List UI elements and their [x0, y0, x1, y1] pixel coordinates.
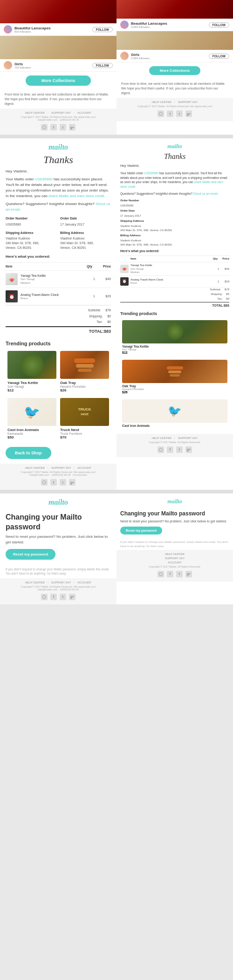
googleplus-icon[interactable]: g+ — [69, 124, 75, 130]
product-brand-kettle: Sori Yanagi — [7, 385, 56, 388]
password-small-notice: If you didn't request to change your Mai… — [0, 564, 116, 578]
collections-email-right: Beautiful Lanscapes 3,080 followers FOLL… — [116, 0, 233, 135]
tw-icon-pwr[interactable]: t — [176, 571, 183, 577]
follow-button-2[interactable]: FOLLOW — [92, 63, 113, 68]
more-collections-button-right[interactable]: More Collections — [149, 66, 200, 75]
order-totals: Subtotal: $78 Shipping: $5 Tax: $0 TOTAL… — [6, 305, 111, 337]
product-name-kettle: Yanagi Tea Kettle — [7, 381, 56, 385]
twitter-icon[interactable]: t — [60, 124, 66, 130]
col-qty: Qty — [74, 264, 92, 269]
gp-icon-pwr[interactable]: g+ — [185, 571, 192, 577]
password-mailto-logo: mailto — [0, 493, 116, 508]
product-image-bird-right: 🐦 — [122, 399, 227, 423]
fb-icon-right[interactable]: f — [167, 446, 173, 453]
follow-button-1[interactable]: FOLLOW — [92, 27, 113, 32]
footer-copyright: Copyright © 2017 Mailte. All Rights Rese… — [5, 116, 112, 121]
pw-footer-support-right[interactable]: SUPPORT 24/7 — [165, 557, 185, 560]
order-footer-support[interactable]: SUPPORT 24/7 — [51, 466, 71, 469]
pw-footer-account-right[interactable]: ACCOUNT — [168, 561, 182, 564]
order-footer-account[interactable]: ACCOUNT — [77, 466, 91, 469]
reset-password-button-right[interactable]: Reset my password — [120, 527, 162, 535]
footer-link-help[interactable]: HELP CENTER — [25, 111, 45, 114]
item-qty-2: 1 — [81, 294, 95, 299]
ig-icon-pw[interactable]: ◯ — [41, 594, 48, 600]
questions-text: Questions? Suggestions? Insightful showe… — [6, 201, 111, 212]
order-footer-links-right: HELP CENTER • SUPPORT 24/7 — [121, 437, 228, 439]
ig-icon-right[interactable]: ◯ — [158, 446, 164, 453]
hero-banner — [0, 0, 116, 23]
twitter-icon-right[interactable]: t — [176, 110, 183, 117]
tax-value: $0 — [107, 320, 111, 325]
profile-info-r2: Girls 3,080 followers — [131, 53, 150, 60]
grand-total-right: TOTAL: $83 — [120, 302, 229, 308]
footer-link-account[interactable]: ACCOUNT — [77, 111, 91, 114]
product-price-truck: $70 — [60, 435, 109, 439]
col-qty-right: Qty — [206, 257, 218, 261]
order-footer-right: HELP CENTER • SUPPORT 24/7 Copyright © 2… — [116, 434, 233, 457]
follow-button-r1[interactable]: FOLLOW — [209, 22, 229, 27]
shoot-email-link[interactable]: Shoot us an email. — [6, 202, 110, 212]
order-footer-help[interactable]: HELP CENTER — [25, 466, 45, 469]
profile-followers-r1: 3,080 followers — [131, 26, 167, 28]
tw-icon-pw[interactable]: t — [60, 594, 66, 600]
social-icons: ◯ f t g+ — [5, 123, 112, 132]
facebook-icon[interactable]: f — [50, 124, 57, 130]
instagram-icon[interactable]: ◯ — [41, 124, 48, 130]
order-item-1-right: 🫖 Yanagi Tea KettleSori YanagiMedium 1 $… — [120, 262, 229, 276]
pw-footer-support[interactable]: SUPPORT 24/7 — [51, 581, 71, 584]
product-item-kettle: Yanagi Tea Kettle Sori Yanagi $12 — [6, 348, 58, 395]
gp-icon-pw[interactable]: g+ — [69, 594, 75, 600]
footer-link-support[interactable]: SUPPORT 24/7 — [51, 111, 71, 114]
reset-password-button[interactable]: Reset my password — [6, 549, 55, 560]
collections-body-text-right: From time to time, we send new hot colle… — [116, 79, 233, 98]
back-to-shop-button[interactable]: Back to Shop — [6, 447, 51, 459]
googleplus-icon-right[interactable]: g+ — [185, 110, 192, 117]
footer-links-right: HELP CENTER • SUPPORT 24/7 — [121, 101, 228, 103]
product-item-truck: TRUCKnest Truck Nest Truck Furniture $70 — [58, 395, 111, 442]
password-heading-right: Changing your Mailto password — [116, 507, 233, 519]
product-name-bird-right: Cast Iron Animals — [122, 424, 227, 427]
product-name-tray: Oak Tray — [60, 381, 109, 385]
footer-link-support-right[interactable]: SUPPORT 24/7 — [178, 101, 198, 103]
product-price-tray: $26 — [60, 388, 109, 392]
profile-name-2: Girls — [14, 62, 31, 66]
footer-link-help-right[interactable]: HELP CENTER — [152, 101, 171, 103]
twitter-icon-order[interactable]: t — [60, 479, 66, 486]
facebook-icon-right[interactable]: f — [167, 110, 173, 117]
order-footer-support-right[interactable]: SUPPORT 24/7 — [178, 437, 198, 439]
total-label: TOTAL: — [89, 329, 104, 335]
footer-links: HELP CENTER • SUPPORT 24/7 • ACCOUNT — [5, 111, 112, 114]
share-link-right[interactable]: share Mailto and earn store credit. — [120, 180, 223, 188]
follow-button-r2[interactable]: FOLLOW — [209, 54, 229, 59]
googleplus-icon-order[interactable]: g+ — [69, 479, 75, 486]
more-collections-button[interactable]: More Collections — [26, 75, 91, 86]
facebook-icon-order[interactable]: f — [50, 479, 57, 486]
trending-heading-right: Trending products — [116, 308, 233, 317]
shoot-link-right[interactable]: Shoot us an email. — [193, 192, 219, 195]
profile-name-1: Beautiful Lanscapes — [14, 26, 51, 30]
item-qty-2-right: 1 — [210, 280, 219, 284]
collection-image-1 — [0, 36, 116, 59]
order-footer-help-right[interactable]: HELP CENTER — [152, 437, 171, 439]
pw-footer-help[interactable]: HELP CENTER — [25, 581, 45, 584]
pw-footer-account[interactable]: ACCOUNT — [77, 581, 91, 584]
unsubscribe-link[interactable]: Unsubscribe — [73, 473, 87, 476]
order-id-link[interactable]: US635680 — [35, 177, 53, 181]
ig-icon-pwr[interactable]: ◯ — [158, 571, 164, 577]
pw-footer-help-right[interactable]: HELP CENTER — [165, 553, 185, 555]
gp-icon-right[interactable]: g+ — [185, 446, 192, 453]
product-image-tray — [60, 351, 109, 379]
billing-label-right: Billing Address — [120, 233, 229, 238]
instagram-icon-order[interactable]: ◯ — [41, 479, 48, 486]
order-date-right: Order Date 17 January 2017 — [120, 209, 229, 218]
subtotal-label: Subtotal: — [88, 308, 101, 313]
item-price-1-right: $49 — [220, 267, 229, 271]
tw-icon-right[interactable]: t — [176, 446, 183, 453]
share-link[interactable]: share Mailto and earn store credit. — [48, 194, 105, 198]
product-name-kettle-right: Yanagi Tea Kettle — [122, 345, 227, 348]
fb-icon-pw[interactable]: f — [50, 594, 57, 600]
order-id-link-right[interactable]: US635680 — [144, 171, 158, 175]
fb-icon-pwr[interactable]: f — [167, 571, 173, 577]
instagram-icon-right[interactable]: ◯ — [158, 110, 164, 117]
trending-heading: Trending products — [0, 337, 116, 348]
